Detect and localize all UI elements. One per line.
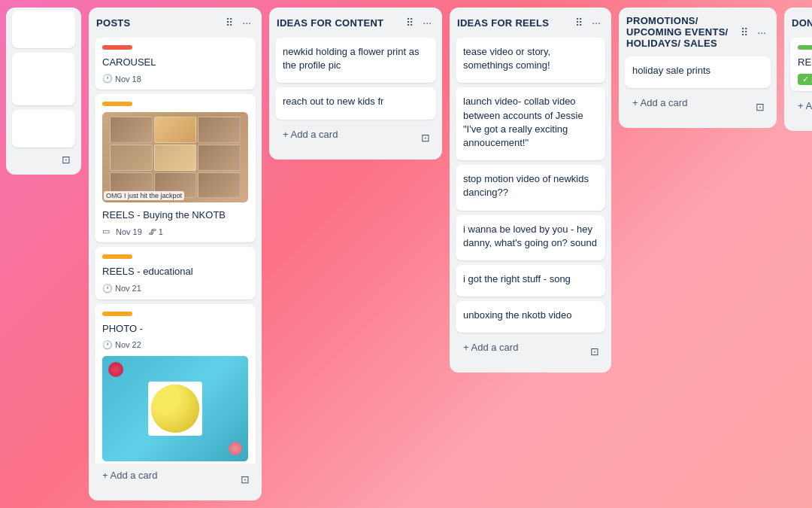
ideas-content-add-card-btn[interactable]: + Add a card: [275, 124, 409, 148]
column-ideas-reels-title: IDEAS FOR REELS: [457, 17, 572, 29]
kanban-board: ⊡ POSTS ⠿ ··· CAROUSEL 🕐 Nov 18: [0, 0, 812, 508]
card-label-green: [798, 45, 812, 50]
card-label-orange-3: [102, 312, 132, 316]
card-label-orange-2: [102, 254, 132, 259]
column-posts-cards: CAROUSEL 🕐 Nov 18: [89, 35, 262, 464]
clock-icon-3: 🕐: [102, 340, 113, 350]
column-posts: POSTS ⠿ ··· CAROUSEL 🕐 Nov 18: [89, 8, 262, 500]
card-tease-video-title: tease video or story, somethings coming!: [463, 45, 598, 72]
card-reels-announce-meta: ✓ Nov 15: [798, 74, 812, 85]
card-carousel-meta: 🕐 Nov 18: [102, 74, 248, 84]
card-reels-buying-meta: ▭ Nov 19 🖇 1: [102, 227, 248, 236]
posts-archive-icon[interactable]: ⊡: [235, 470, 256, 488]
partial-card-3[interactable]: [12, 110, 75, 148]
ideas-reels-more[interactable]: ···: [589, 15, 604, 30]
nkotb-cell-2: [154, 117, 197, 143]
column-promotions-title: PROMOTIONS/ UPCOMING EVENTS/ HOLIDAYS/ S…: [626, 15, 738, 49]
ideas-content-archive-icon[interactable]: ⊡: [415, 129, 436, 147]
partial-card-1[interactable]: [12, 11, 75, 48]
column-ideas-content-header: IDEAS FOR CONTENT ⠿ ···: [269, 8, 442, 35]
done-add-card-btn[interactable]: + Add a card: [790, 96, 812, 119]
ideas-reels-archive-icon[interactable]: ⊡: [584, 342, 605, 360]
reels-announce-date-badge: ✓ Nov 15: [798, 74, 812, 85]
done-add-row: + Add a card: [784, 94, 812, 131]
card-image-nkotb: OMG I just hit the jackpot: [102, 112, 248, 202]
check-icon: ✓: [802, 75, 809, 84]
column-posts-controls: ⠿ ···: [223, 15, 254, 30]
card-reels-buying[interactable]: OMG I just hit the jackpot REELS - Buyin…: [95, 94, 256, 242]
ideas-reels-drag[interactable]: ⠿: [572, 15, 586, 30]
attach-icon: 🖇: [148, 227, 156, 236]
column-ideas-content: IDEAS FOR CONTENT ⠿ ··· newkid holding a…: [269, 8, 442, 160]
clock-icon-2: 🕐: [102, 284, 113, 294]
card-wanna-loved[interactable]: i wanna be loved by you - hey danny, wha…: [456, 215, 605, 260]
column-ideas-reels-controls: ⠿ ···: [572, 15, 604, 30]
card-photo[interactable]: PHOTO - 🕐 Nov 22: [95, 304, 256, 464]
column-posts-title: POSTS: [96, 17, 223, 29]
card-launch-video[interactable]: launch video- collab video between accou…: [456, 87, 605, 160]
card-reels-edu-meta: 🕐 Nov 21: [102, 284, 248, 294]
nkotb-image: OMG I just hit the jackpot: [102, 112, 248, 202]
card-right-stuff[interactable]: i got the right stuff - song: [456, 265, 605, 297]
ideas-content-drag[interactable]: ⠿: [403, 15, 417, 30]
ideas-content-more[interactable]: ···: [420, 15, 435, 30]
flowers-image: [102, 356, 248, 461]
ideas-content-add-row: + Add a card ⊡: [269, 123, 442, 160]
column-promotions-controls: ⠿ ···: [738, 25, 769, 40]
partial-card-2[interactable]: [12, 53, 75, 105]
nkotb-grid: [110, 117, 241, 198]
column-done: DONE ⠿ ··· REELS - Announce ✓ Nov 15: [784, 8, 812, 131]
column-done-header: DONE ⠿ ···: [784, 8, 812, 35]
ideas-reels-add-card-btn[interactable]: + Add a card: [456, 337, 578, 360]
nkotb-cell-4: [110, 144, 153, 171]
posts-add-card-btn[interactable]: + Add a card: [95, 465, 229, 488]
card-photo-meta: 🕐 Nov 22: [102, 340, 248, 350]
posts-add-row: + Add a card ⊡: [89, 464, 262, 500]
card-reels-buying-title: REELS - Buying the NKOTB: [102, 208, 248, 222]
card-icon: ▭: [102, 227, 110, 236]
flower-frame: [148, 382, 202, 436]
card-right-stuff-title: i got the right stuff - song: [463, 272, 598, 286]
card-stop-motion-title: stop motion video of newkids dancing??: [463, 172, 598, 199]
card-reels-announce[interactable]: REELS - Announce ✓ Nov 15: [790, 38, 812, 91]
nkotb-cell-1: [110, 117, 153, 143]
column-ideas-reels-cards: tease video or story, somethings coming!…: [450, 35, 611, 336]
card-carousel-title: CAROUSEL: [102, 56, 248, 69]
column-promotions-header: PROMOTIONS/ UPCOMING EVENTS/ HOLIDAYS/ S…: [619, 8, 777, 53]
card-stop-motion[interactable]: stop motion video of newkids dancing??: [456, 165, 605, 210]
column-ideas-content-cards: newkid holding a flower print as the pro…: [269, 35, 442, 123]
column-posts-header: POSTS ⠿ ···: [89, 8, 262, 35]
card-newkid-flower-title: newkid holding a flower print as the pro…: [283, 45, 429, 72]
column-ideas-content-controls: ⠿ ···: [403, 15, 435, 30]
column-posts-drag[interactable]: ⠿: [223, 15, 236, 30]
carousel-date: 🕐 Nov 18: [102, 74, 141, 84]
nkotb-cell-6: [198, 144, 241, 171]
promotions-drag[interactable]: ⠿: [738, 25, 751, 40]
nkotb-cell-9: [198, 172, 241, 199]
promotions-archive-icon[interactable]: ⊡: [750, 98, 771, 116]
reels-buying-date: Nov 19: [116, 227, 142, 236]
flower-inner-img: [151, 385, 199, 433]
card-tease-video[interactable]: tease video or story, somethings coming!: [456, 38, 605, 83]
archive-icon[interactable]: ⊡: [56, 151, 77, 169]
card-holiday-sale-title: holiday sale prints: [632, 64, 763, 78]
column-ideas-reels-header: IDEAS FOR REELS ⠿ ···: [450, 8, 611, 35]
card-unboxing[interactable]: unboxing the nkotb video: [456, 301, 605, 333]
card-unboxing-title: unboxing the nkotb video: [463, 309, 598, 322]
card-carousel[interactable]: CAROUSEL 🕐 Nov 18: [95, 38, 256, 90]
green-date-badge: ✓ Nov 15: [798, 74, 812, 85]
card-holiday-sale[interactable]: holiday sale prints: [625, 56, 771, 88]
promotions-add-row: + Add a card ⊡: [619, 91, 777, 128]
promotions-add-card-btn[interactable]: + Add a card: [625, 93, 744, 116]
card-reels-edu-title: REELS - educational: [102, 265, 248, 278]
card-reach-out[interactable]: reach out to new kids fr: [275, 87, 436, 119]
nkotb-badge: OMG I just hit the jackpot: [104, 191, 184, 200]
reels-edu-date: 🕐 Nov 21: [102, 284, 141, 294]
promotions-more[interactable]: ···: [754, 25, 769, 40]
reels-buying-cardicon: ▭: [102, 227, 110, 236]
pink-flower: [229, 442, 242, 455]
column-done-title: DONE: [792, 17, 812, 29]
card-newkid-flower[interactable]: newkid holding a flower print as the pro…: [275, 38, 436, 83]
column-posts-more[interactable]: ···: [239, 15, 254, 30]
card-reels-educational[interactable]: REELS - educational 🕐 Nov 21: [95, 247, 256, 299]
